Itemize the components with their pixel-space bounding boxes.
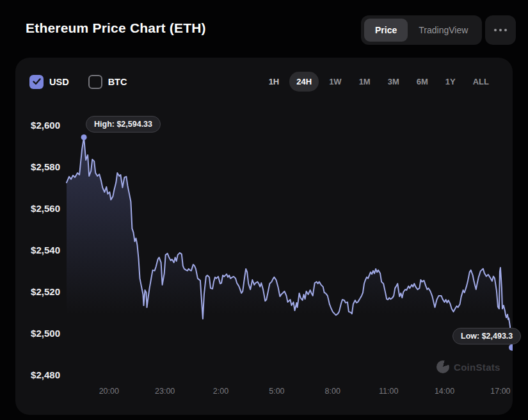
coinstats-logo-icon xyxy=(436,360,449,373)
x-axis-label: 20:00 xyxy=(99,386,119,396)
y-axis-label: $2,480 xyxy=(15,369,60,382)
range-button-6m[interactable]: 6M xyxy=(410,72,435,92)
y-axis-label: $2,560 xyxy=(15,202,60,215)
x-axis-label: 11:00 xyxy=(379,386,398,396)
view-toggle: Price TradingView xyxy=(361,15,482,45)
usd-checkbox[interactable] xyxy=(29,75,44,89)
range-button-3m[interactable]: 3M xyxy=(381,72,406,92)
page-title: Ethereum Price Chart (ETH) xyxy=(26,20,206,36)
x-axis-label: 14:00 xyxy=(435,386,454,396)
x-axis-label: 2:00 xyxy=(213,386,228,396)
low-badge: Low: $2,493.3 xyxy=(452,328,521,344)
y-axis-label: $2,600 xyxy=(15,119,60,132)
range-button-1h[interactable]: 1H xyxy=(262,72,287,92)
y-axis-label: $2,580 xyxy=(15,161,60,174)
x-axis-label: 8:00 xyxy=(325,386,340,396)
range-button-24h[interactable]: 24H xyxy=(289,72,319,92)
tab-price[interactable]: Price xyxy=(364,19,408,42)
ellipsis-icon xyxy=(494,29,507,31)
x-axis-label: 17:00 xyxy=(490,386,510,396)
card-toolbar: USDBTC 1H24H1W1M3M6M1YALL xyxy=(15,58,513,92)
tab-tradingview[interactable]: TradingView xyxy=(408,19,479,42)
currency-toggles: USDBTC xyxy=(29,75,127,89)
coinstats-watermark: CoinStats xyxy=(436,360,500,373)
y-axis-label: $2,500 xyxy=(15,327,60,340)
range-button-1w[interactable]: 1W xyxy=(322,72,349,92)
high-badge: High: $2,594.33 xyxy=(86,116,161,133)
y-axis-label: $2,520 xyxy=(15,286,60,298)
page-root: { "header": { "title": "Ethereum Price C… xyxy=(0,0,528,420)
price-chart[interactable]: High: $2,594.33 Low: $2,493.3 CoinStats … xyxy=(15,100,513,415)
x-axis-label: 23:00 xyxy=(155,386,175,396)
range-button-1m[interactable]: 1M xyxy=(352,72,378,92)
chart-card: USDBTC 1H24H1W1M3M6M1YALL High: $2,594.3… xyxy=(15,58,513,415)
range-button-all[interactable]: ALL xyxy=(466,72,496,92)
currency-label: USD xyxy=(49,77,69,87)
range-buttons: 1H24H1W1M3M6M1YALL xyxy=(262,72,496,92)
currency-label: BTC xyxy=(108,77,127,87)
btc-checkbox[interactable] xyxy=(88,75,102,89)
checkmark-icon xyxy=(33,78,41,85)
range-button-1y[interactable]: 1Y xyxy=(438,72,463,92)
currency-toggle-usd[interactable]: USD xyxy=(29,75,69,89)
coinstats-label: CoinStats xyxy=(454,362,500,373)
high-point-marker xyxy=(81,134,87,140)
currency-toggle-btc[interactable]: BTC xyxy=(88,75,127,89)
more-button[interactable] xyxy=(485,15,516,45)
y-axis-label: $2,540 xyxy=(15,244,60,257)
x-axis-label: 5:00 xyxy=(269,386,284,396)
